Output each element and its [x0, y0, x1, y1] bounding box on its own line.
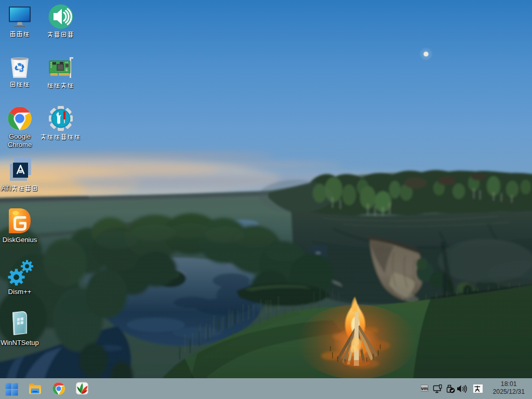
svg-text:vm: vm: [421, 386, 428, 391]
